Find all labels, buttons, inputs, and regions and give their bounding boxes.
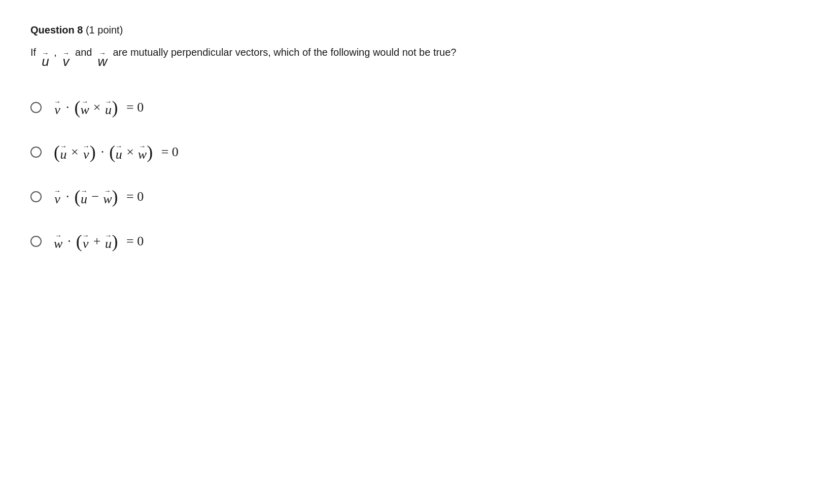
options-list: → v · ( → w × → u ) = 0 ( → u bbox=[30, 98, 799, 250]
option-c[interactable]: → v · ( → u − → w ) = 0 bbox=[30, 188, 799, 206]
question-number: Question 8 bbox=[30, 24, 83, 35]
vector-w-inline: → w bbox=[98, 50, 108, 68]
option-b-expr: ( → u × → v ) · ( → u × → w ) = 0 bbox=[54, 143, 184, 161]
radio-d[interactable] bbox=[30, 236, 42, 247]
option-c-expr: → v · ( → u − → w ) = 0 bbox=[54, 188, 149, 206]
question-points: (1 point) bbox=[86, 24, 123, 35]
option-d-expr: → w · ( → v + → u ) = 0 bbox=[54, 232, 149, 250]
question-text: If → u , → v and → w are mutually perpen… bbox=[30, 44, 487, 68]
radio-c[interactable] bbox=[30, 191, 42, 202]
vector-v-inline: → v bbox=[62, 50, 70, 68]
option-d[interactable]: → w · ( → v + → u ) = 0 bbox=[30, 232, 799, 250]
radio-a[interactable] bbox=[30, 102, 42, 113]
question-header: Question 8 (1 point) bbox=[30, 24, 799, 36]
radio-b[interactable] bbox=[30, 147, 42, 158]
vector-u-inline: → u bbox=[42, 50, 49, 68]
option-b[interactable]: ( → u × → v ) · ( → u × → w ) = 0 bbox=[30, 143, 799, 161]
option-a-expr: → v · ( → w × → u ) = 0 bbox=[54, 98, 149, 117]
option-a[interactable]: → v · ( → w × → u ) = 0 bbox=[30, 98, 799, 117]
